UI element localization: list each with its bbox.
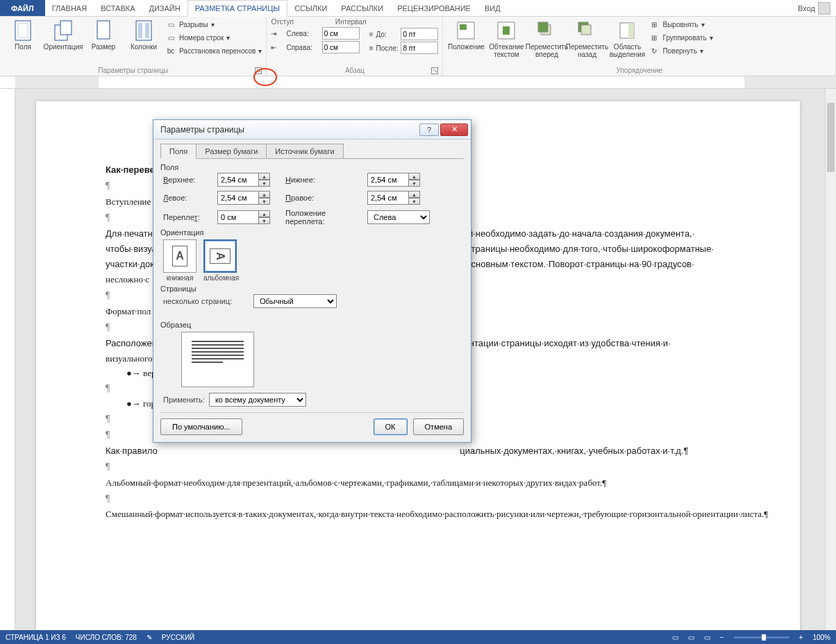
wrap-text-icon bbox=[495, 19, 517, 42]
ribbon-tabs: ФАЙЛ ГЛАВНАЯ ВСТАВКА ДИЗАЙН РАЗМЕТКА СТР… bbox=[0, 0, 836, 17]
svg-rect-11 bbox=[503, 26, 510, 35]
selection-pane-button[interactable]: Область выделения bbox=[608, 18, 646, 60]
indent-left-icon: ⇥ bbox=[271, 30, 283, 37]
margins-icon bbox=[12, 19, 34, 42]
svg-rect-17 bbox=[628, 23, 634, 38]
breaks-button[interactable]: ▭Разрывы ▾ bbox=[165, 18, 262, 31]
group-arrange-label: Упорядочение bbox=[617, 67, 662, 74]
position-button[interactable]: Положение bbox=[447, 18, 485, 52]
tab-view[interactable]: ВИД bbox=[478, 0, 508, 16]
indent-right-icon: ⇤ bbox=[271, 44, 283, 51]
orientation-button[interactable]: Ориентация bbox=[44, 18, 82, 52]
line-numbers-icon: ▭ bbox=[165, 32, 176, 43]
group-page-setup-label: Параметры страницы bbox=[98, 67, 168, 74]
tab-home[interactable]: ГЛАВНАЯ bbox=[45, 0, 94, 16]
tab-design[interactable]: ДИЗАЙН bbox=[142, 0, 187, 16]
align-icon: ⊞ bbox=[649, 19, 660, 30]
indent-header: Отступ bbox=[271, 18, 293, 26]
svg-rect-9 bbox=[460, 24, 467, 30]
svg-rect-3 bbox=[60, 21, 72, 35]
tab-review[interactable]: РЕЦЕНЗИРОВАНИЕ bbox=[390, 0, 478, 16]
align-button[interactable]: ⊞Выровнять ▾ bbox=[649, 18, 712, 31]
page-setup-launcher[interactable]: ↘ bbox=[255, 67, 262, 74]
tab-page-layout[interactable]: РАЗМЕТКА СТРАНИЦЫ bbox=[187, 0, 287, 17]
tab-mailings[interactable]: РАССЫЛКИ bbox=[334, 0, 390, 16]
svg-rect-15 bbox=[581, 25, 591, 35]
breaks-icon: ▭ bbox=[165, 19, 176, 30]
size-icon bbox=[92, 19, 115, 42]
spacing-before-input[interactable] bbox=[401, 28, 438, 40]
hyphenation-icon: bc bbox=[165, 45, 176, 56]
svg-rect-4 bbox=[97, 21, 110, 39]
bring-forward-button[interactable]: Переместить вперед bbox=[528, 18, 565, 60]
orientation-icon bbox=[52, 19, 74, 42]
send-backward-icon bbox=[576, 19, 598, 42]
tab-insert[interactable]: ВСТАВКА bbox=[94, 0, 142, 16]
rotate-button[interactable]: ↻Повернуть ▾ bbox=[649, 44, 712, 57]
columns-icon bbox=[133, 19, 155, 42]
horizontal-ruler[interactable] bbox=[0, 76, 836, 89]
spacing-before-icon: ≡ bbox=[369, 31, 374, 38]
wrap-text-button[interactable]: Обтекание текстом bbox=[487, 18, 525, 60]
svg-rect-13 bbox=[538, 22, 548, 32]
group-objects-button[interactable]: ⊞Группировать ▾ bbox=[649, 31, 712, 44]
group-paragraph-label: Абзац bbox=[345, 67, 365, 74]
send-backward-button[interactable]: Переместить назад bbox=[568, 18, 605, 60]
position-icon bbox=[455, 19, 477, 42]
tab-references[interactable]: ССЫЛКИ bbox=[287, 0, 334, 16]
indent-right-input[interactable] bbox=[322, 41, 360, 53]
selection-pane-icon bbox=[616, 19, 638, 42]
columns-button[interactable]: Колонки bbox=[125, 18, 162, 52]
group-icon: ⊞ bbox=[649, 32, 660, 43]
paragraph-launcher[interactable]: ↘ bbox=[431, 67, 438, 74]
spacing-after-icon: ≡ bbox=[369, 44, 374, 52]
line-numbers-button[interactable]: ▭Номера строк ▾ bbox=[165, 31, 262, 44]
login-link[interactable]: Вход bbox=[792, 0, 836, 16]
indent-left-input[interactable] bbox=[322, 27, 360, 40]
user-avatar-icon bbox=[818, 2, 830, 15]
hyphenation-button[interactable]: bcРасстановка переносов ▾ bbox=[165, 44, 262, 57]
bring-forward-icon bbox=[535, 19, 558, 42]
margins-button[interactable]: Поля bbox=[4, 18, 42, 52]
spacing-header: Интервал bbox=[335, 18, 367, 26]
rotate-icon: ↻ bbox=[649, 45, 660, 56]
svg-rect-6 bbox=[138, 23, 142, 38]
tab-file[interactable]: ФАЙЛ bbox=[0, 0, 45, 16]
size-button[interactable]: Размер bbox=[85, 18, 122, 52]
spacing-after-input[interactable] bbox=[401, 42, 438, 54]
ribbon: Поля Ориентация Размер Колонки ▭Разрывы … bbox=[0, 17, 836, 76]
svg-rect-7 bbox=[145, 23, 149, 38]
